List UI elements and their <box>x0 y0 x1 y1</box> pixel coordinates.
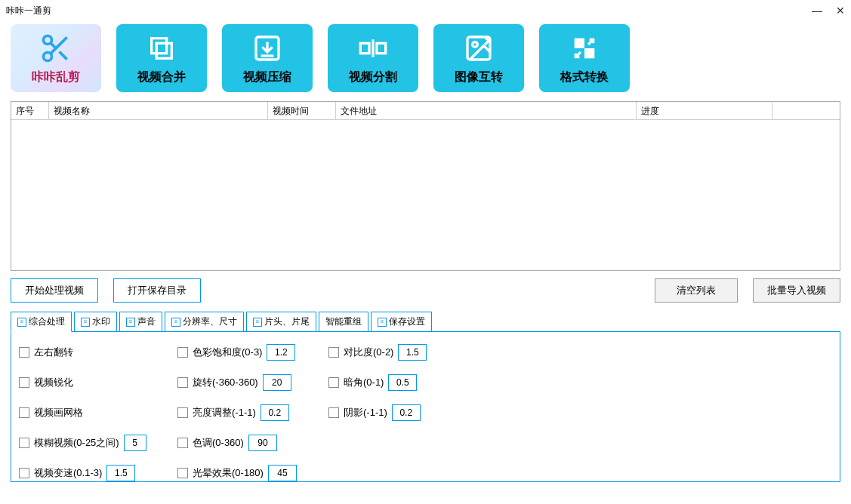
checkbox-shadow[interactable] <box>328 407 339 418</box>
svg-rect-15 <box>575 38 584 48</box>
svg-rect-10 <box>360 43 369 53</box>
toolbar-format-convert[interactable]: 格式转换 <box>539 24 630 92</box>
toolbar-merge[interactable]: 视频合并 <box>116 24 207 92</box>
checkbox-sharpen[interactable] <box>19 377 29 388</box>
svg-line-3 <box>60 51 67 59</box>
svg-point-1 <box>44 52 52 60</box>
input-blur[interactable] <box>124 435 146 451</box>
format-convert-icon <box>568 32 601 65</box>
clear-list-button[interactable]: 清空列表 <box>655 278 738 303</box>
col-progress[interactable]: 进度 <box>637 102 772 119</box>
label-halo: 光晕效果(0-180) <box>193 466 264 480</box>
input-brightness[interactable] <box>261 404 289 421</box>
label-saturation: 色彩饱和度(0-3) <box>193 346 262 359</box>
checkbox-vignette[interactable] <box>328 377 339 388</box>
col-spacer <box>772 102 840 119</box>
checkbox-halo[interactable] <box>177 468 188 478</box>
toolbar-label: 视频合并 <box>137 69 186 85</box>
tab-save-settings[interactable]: ≡保存设置 <box>371 312 432 332</box>
label-vignette: 暗角(0-1) <box>344 376 384 389</box>
col-index[interactable]: 序号 <box>11 102 49 119</box>
video-list: 序号 视频名称 视频时间 文件地址 进度 <box>11 101 840 271</box>
label-shadow: 阴影(-1-1) <box>344 406 387 419</box>
checkbox-speed[interactable] <box>19 468 29 478</box>
svg-rect-6 <box>156 43 171 58</box>
checkbox-grid[interactable] <box>19 407 29 418</box>
label-sharpen: 视频锐化 <box>34 376 73 389</box>
tab-audio[interactable]: ≡声音 <box>119 312 162 332</box>
toolbar-random-cut[interactable]: 咔咔乱剪 <box>11 24 101 92</box>
label-brightness: 亮度调整(-1-1) <box>193 406 256 419</box>
tab-icon: ≡ <box>378 318 387 327</box>
checkbox-brightness[interactable] <box>177 407 188 418</box>
label-hue: 色调(0-360) <box>193 436 244 450</box>
tab-general[interactable]: ≡综合处理 <box>11 312 72 332</box>
minimize-button[interactable]: — <box>812 5 822 17</box>
split-icon <box>356 32 390 65</box>
tab-icon: ≡ <box>126 318 135 327</box>
scissors-icon <box>39 32 72 65</box>
col-path[interactable]: 文件地址 <box>336 102 637 119</box>
toolbar-compress[interactable]: 视频压缩 <box>222 24 313 92</box>
compress-icon <box>251 32 284 65</box>
svg-line-4 <box>51 42 56 48</box>
tab-intro-outro[interactable]: ≡片头、片尾 <box>246 312 316 332</box>
toolbar-label: 图像互转 <box>455 69 503 85</box>
toolbar-label: 咔咔乱剪 <box>32 69 80 85</box>
tab-resolution[interactable]: ≡分辨率、尺寸 <box>165 312 244 332</box>
toolbar-image-convert[interactable]: 图像互转 <box>433 24 524 92</box>
checkbox-rotate[interactable] <box>177 377 188 388</box>
import-button[interactable]: 批量导入视频 <box>753 278 840 303</box>
svg-point-0 <box>44 35 52 44</box>
image-convert-icon <box>462 32 495 65</box>
tab-icon: ≡ <box>171 318 180 327</box>
close-button[interactable]: ✕ <box>836 5 845 17</box>
tab-icon: ≡ <box>81 318 90 327</box>
col-time[interactable]: 视频时间 <box>268 102 336 119</box>
input-saturation[interactable] <box>267 344 295 361</box>
label-contrast: 对比度(0-2) <box>344 346 393 359</box>
titlebar: 咔咔一通剪 — ✕ <box>0 0 851 21</box>
col-name[interactable]: 视频名称 <box>49 102 268 119</box>
window-controls: — ✕ <box>812 5 845 17</box>
tab-icon: ≡ <box>253 318 262 327</box>
label-rotate: 旋转(-360-360) <box>193 376 258 389</box>
input-vignette[interactable] <box>388 374 417 391</box>
label-grid: 视频画网格 <box>34 406 83 419</box>
checkbox-contrast[interactable] <box>328 347 339 358</box>
list-header: 序号 视频名称 视频时间 文件地址 进度 <box>11 102 840 120</box>
toolbar-label: 视频分割 <box>349 69 397 85</box>
window-title: 咔咔一通剪 <box>6 5 51 17</box>
label-flip: 左右翻转 <box>34 346 73 359</box>
toolbar-split[interactable]: 视频分割 <box>328 24 418 92</box>
svg-rect-5 <box>152 38 167 53</box>
label-speed: 视频变速(0.1-3) <box>34 466 102 480</box>
action-row: 开始处理视频 打开保存目录 清空列表 批量导入视频 <box>11 278 840 303</box>
checkbox-blur[interactable] <box>19 438 29 448</box>
input-rotate[interactable] <box>263 374 291 391</box>
open-dir-button[interactable]: 打开保存目录 <box>113 278 201 303</box>
tab-row: ≡综合处理 ≡水印 ≡声音 ≡分辨率、尺寸 ≡片头、片尾 智能重组 ≡保存设置 <box>11 312 840 332</box>
input-contrast[interactable] <box>398 344 427 361</box>
checkbox-flip[interactable] <box>19 347 29 358</box>
merge-icon <box>145 32 178 65</box>
label-blur: 模糊视频(0-25之间) <box>34 436 119 450</box>
input-speed[interactable] <box>106 465 135 481</box>
tab-watermark[interactable]: ≡水印 <box>74 312 117 332</box>
tab-content: 左右翻转 色彩饱和度(0-3) 对比度(0-2) 视频锐化 旋转(-360-36… <box>11 331 840 482</box>
start-button[interactable]: 开始处理视频 <box>11 278 98 303</box>
tab-icon: ≡ <box>17 318 26 327</box>
input-hue[interactable] <box>248 435 277 451</box>
main-toolbar: 咔咔乱剪 视频合并 视频压缩 视频分割 图像互转 格式转换 <box>0 21 851 95</box>
checkbox-hue[interactable] <box>177 438 188 448</box>
svg-point-14 <box>473 41 478 47</box>
checkbox-saturation[interactable] <box>177 347 188 358</box>
input-shadow[interactable] <box>392 404 421 421</box>
svg-rect-11 <box>377 43 386 53</box>
input-halo[interactable] <box>268 465 297 481</box>
toolbar-label: 视频压缩 <box>243 69 291 85</box>
toolbar-label: 格式转换 <box>560 69 609 85</box>
tab-smart-recomb[interactable]: 智能重组 <box>319 312 368 332</box>
svg-rect-16 <box>584 48 594 58</box>
